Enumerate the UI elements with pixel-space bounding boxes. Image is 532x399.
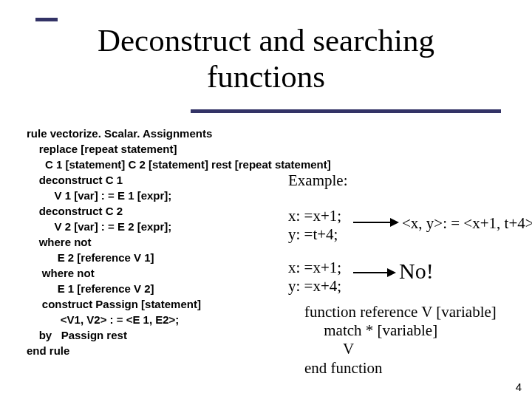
example2-input: x: =x+1; y: =x+4; [288, 259, 341, 296]
arrow-icon [353, 222, 398, 223]
page-number: 4 [516, 381, 522, 393]
example-label: Example: [288, 171, 347, 190]
slide-title: Deconstruct and searching functions [0, 22, 532, 95]
example2-output: No! [399, 259, 434, 284]
example1-output: <x, y>: = <x+1, t+4>; [402, 214, 532, 233]
title-line1: Deconstruct and searching functions [98, 22, 434, 95]
accent-bar-top [35, 18, 58, 21]
function-code-block: function reference V [variable] match * … [304, 303, 497, 378]
arrow-icon [353, 272, 395, 273]
rule-code-block: rule vectorize. Scalar. Assignments repl… [27, 126, 331, 358]
example1-input: x: =x+1; y: =t+4; [288, 207, 341, 244]
slide: Deconstruct and searching functions rule… [0, 0, 532, 399]
accent-bar-bottom [191, 109, 501, 113]
